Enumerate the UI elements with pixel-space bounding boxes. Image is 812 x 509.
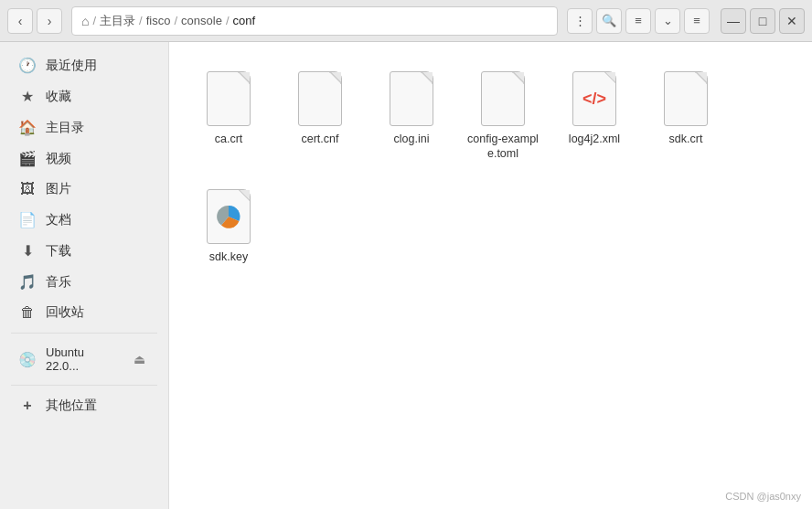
sidebar-label-document: 文档 bbox=[46, 212, 71, 228]
generic-file-icon bbox=[207, 71, 251, 126]
file-item-cert-cnf[interactable]: cert.cnf bbox=[279, 60, 361, 169]
sidebar-item-bookmarks[interactable]: ★ 收藏 bbox=[4, 81, 165, 111]
forward-button[interactable]: › bbox=[37, 8, 62, 34]
search-button[interactable]: 🔍 bbox=[596, 8, 622, 34]
maximize-icon: □ bbox=[759, 14, 766, 28]
breadcrumb-sep-2: / bbox=[174, 14, 177, 27]
breadcrumb-sep-3: / bbox=[226, 14, 230, 27]
sidebar-label-recent: 最近使用 bbox=[46, 58, 97, 74]
file-icon-sdk-crt bbox=[660, 68, 711, 126]
trash-icon: 🗑 bbox=[18, 304, 37, 321]
breadcrumb-home-label[interactable]: 主目录 bbox=[100, 13, 135, 29]
generic-file-icon bbox=[664, 71, 708, 126]
forward-icon: › bbox=[48, 14, 52, 28]
back-icon: ‹ bbox=[18, 14, 23, 28]
watermark: CSDN @jas0nxy bbox=[725, 491, 801, 502]
file-item-sdk-key[interactable]: sdk.key bbox=[187, 178, 270, 271]
sidebar-item-ubuntu-device[interactable]: 💿 Ubuntu 22.0... ⏏ bbox=[4, 339, 165, 379]
minimize-button[interactable]: — bbox=[721, 8, 746, 34]
sidebar-label-download: 下载 bbox=[46, 243, 71, 260]
view-grid-button[interactable]: ≡ bbox=[684, 8, 710, 34]
sidebar-label-trash: 回收站 bbox=[46, 304, 84, 321]
sidebar-item-music[interactable]: 🎵 音乐 bbox=[4, 267, 165, 297]
back-button[interactable]: ‹ bbox=[7, 8, 33, 34]
generic-file-icon bbox=[298, 71, 342, 126]
menu-button[interactable]: ⋮ bbox=[567, 8, 593, 34]
xml-file-icon: </> bbox=[572, 71, 616, 126]
file-item-clog-ini[interactable]: clog.ini bbox=[370, 60, 453, 169]
titlebar-actions: ⋮ 🔍 ≡ ⌄ ≡ bbox=[567, 8, 710, 34]
file-label-config-toml: config-example.toml bbox=[467, 132, 539, 162]
file-item-log4j2-xml[interactable]: </> log4j2.xml bbox=[553, 60, 636, 169]
sidebar-label-bookmarks: 收藏 bbox=[46, 89, 71, 105]
file-label-clog-ini: clog.ini bbox=[394, 132, 430, 146]
sidebar-divider bbox=[11, 333, 157, 334]
home-icon: ⌂ bbox=[81, 14, 89, 28]
breadcrumb-sep-0: / bbox=[92, 14, 96, 27]
breadcrumb-current: conf bbox=[233, 14, 256, 27]
pie-chart-svg bbox=[216, 204, 241, 229]
close-icon: ✕ bbox=[786, 14, 797, 28]
home-sidebar-icon: 🏠 bbox=[18, 119, 37, 136]
file-item-ca-crt[interactable]: ca.crt bbox=[187, 60, 270, 169]
close-button[interactable]: ✕ bbox=[779, 8, 805, 34]
file-icon-config-toml bbox=[477, 68, 529, 126]
device-icon: 💿 bbox=[18, 351, 37, 368]
view-grid-icon: ≡ bbox=[693, 14, 700, 27]
xml-icon-label: </> bbox=[582, 90, 606, 109]
generic-file-icon bbox=[390, 71, 433, 126]
sidebar-item-picture[interactable]: 🖼 图片 bbox=[4, 175, 165, 204]
files-grid: ca.crt cert.cnf bbox=[187, 60, 794, 271]
file-item-config-example-toml[interactable]: config-example.toml bbox=[462, 60, 544, 169]
sidebar-label-other-places: 其他位置 bbox=[46, 398, 97, 414]
minimize-icon: — bbox=[727, 14, 740, 28]
document-icon: 📄 bbox=[18, 211, 37, 228]
file-icon-log4j2: </> bbox=[569, 68, 620, 126]
music-icon: 🎵 bbox=[18, 273, 37, 291]
sidebar-item-recent[interactable]: 🕐 最近使用 bbox=[4, 50, 165, 80]
file-label-log4j2: log4j2.xml bbox=[569, 132, 620, 146]
sidebar-divider-2 bbox=[11, 385, 157, 386]
other-places-icon: + bbox=[18, 398, 37, 414]
sidebar-item-video[interactable]: 🎬 视频 bbox=[4, 143, 165, 174]
main-area: 🕐 最近使用 ★ 收藏 🏠 主目录 🎬 视频 🖼 图片 📄 文档 ⬇ 下载 🎵 bbox=[0, 42, 812, 509]
breadcrumb-console[interactable]: console bbox=[181, 14, 222, 27]
file-item-sdk-crt[interactable]: sdk.crt bbox=[645, 60, 727, 169]
sidebar-item-other-places[interactable]: + 其他位置 bbox=[4, 391, 165, 420]
sidebar-label-music: 音乐 bbox=[46, 274, 71, 291]
sidebar-item-download[interactable]: ⬇ 下载 bbox=[4, 236, 165, 266]
sidebar-label-video: 视频 bbox=[46, 151, 71, 167]
eject-button[interactable]: ⏏ bbox=[128, 348, 150, 370]
recent-icon: 🕐 bbox=[18, 57, 37, 74]
file-label-sdk-key: sdk.key bbox=[209, 249, 248, 264]
pie-file-icon bbox=[207, 189, 251, 244]
view-toggle-icon: ⌄ bbox=[663, 14, 673, 27]
titlebar: ‹ › ⌂ / 主目录 / fisco / console / conf ⋮ 🔍… bbox=[0, 0, 812, 42]
file-label-ca-crt: ca.crt bbox=[215, 132, 243, 146]
sidebar-item-document[interactable]: 📄 文档 bbox=[4, 205, 165, 235]
view-list-icon: ≡ bbox=[635, 14, 642, 27]
video-icon: 🎬 bbox=[18, 150, 37, 167]
sidebar-item-home[interactable]: 🏠 主目录 bbox=[4, 112, 165, 143]
maximize-button[interactable]: □ bbox=[750, 8, 775, 34]
menu-icon: ⋮ bbox=[574, 14, 586, 27]
search-icon: 🔍 bbox=[602, 14, 616, 27]
sidebar-device-label: Ubuntu 22.0... bbox=[46, 345, 119, 373]
view-list-button[interactable]: ≡ bbox=[625, 8, 651, 34]
file-icon-ca-crt bbox=[203, 68, 254, 126]
file-label-cert-cnf: cert.cnf bbox=[302, 132, 339, 146]
breadcrumb-sep-1: / bbox=[139, 14, 143, 27]
download-icon: ⬇ bbox=[18, 242, 37, 260]
view-toggle-button[interactable]: ⌄ bbox=[655, 8, 680, 34]
breadcrumb-bar: ⌂ / 主目录 / fisco / console / conf bbox=[71, 6, 558, 36]
breadcrumb-fisco[interactable]: fisco bbox=[146, 14, 171, 27]
file-icon-clog-ini bbox=[386, 68, 437, 126]
sidebar-label-home: 主目录 bbox=[46, 120, 84, 136]
generic-file-icon bbox=[481, 71, 525, 126]
file-icon-cert-cnf bbox=[294, 68, 346, 126]
sidebar-item-trash[interactable]: 🗑 回收站 bbox=[4, 298, 165, 327]
sidebar: 🕐 最近使用 ★ 收藏 🏠 主目录 🎬 视频 🖼 图片 📄 文档 ⬇ 下载 🎵 bbox=[0, 42, 169, 509]
file-icon-sdk-key bbox=[203, 186, 254, 244]
window-controls: — □ ✕ bbox=[721, 8, 805, 34]
file-area: ca.crt cert.cnf bbox=[169, 42, 812, 509]
